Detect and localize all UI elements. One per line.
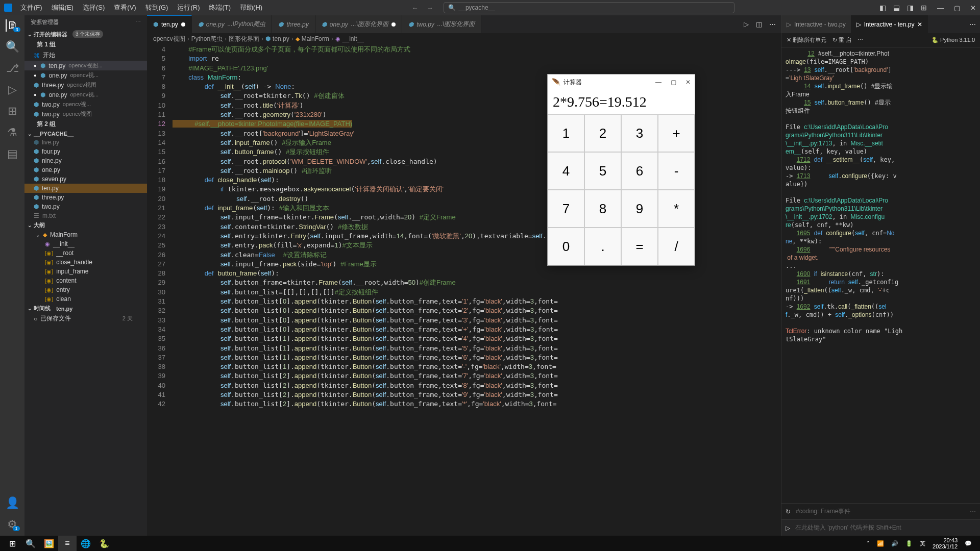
panel-more-icon[interactable]: ⋯ [965, 15, 980, 33]
open-editor-welcome[interactable]: ⌘开始 [24, 50, 147, 61]
calc-key-3[interactable]: 3 [621, 114, 658, 152]
outline-entry[interactable]: [◉]entry [24, 285, 147, 294]
tray-volume-icon[interactable]: 🔊 [891, 540, 898, 547]
timeline-section[interactable]: ⌄时间线 ten.py [24, 304, 147, 313]
taskbar-chrome-icon[interactable]: 🌐 [77, 536, 95, 551]
file-four[interactable]: ⬢four.py [24, 147, 147, 156]
close-icon[interactable]: ✕ [970, 4, 976, 12]
run-input-placeholder[interactable]: 在此处键入 'python' 代码并按 Shift+Ent [795, 523, 901, 532]
tab-one-b[interactable]: ⬢one.py...\图形化界面 [315, 15, 402, 33]
file-mtxt[interactable]: ☰m.txt [24, 211, 147, 220]
outline-init[interactable]: ◉__init__ [24, 239, 147, 248]
timeline-saved[interactable]: ○已保存文件2 天 [24, 313, 147, 324]
interactive-output[interactable]: 12 #self.__photo=tkinter.Phot oImage(fil… [781, 47, 980, 503]
outline-inputframe[interactable]: [◉]input_frame [24, 267, 147, 276]
calc-key-7[interactable]: 7 [548, 190, 584, 228]
toolbar-more-icon[interactable]: ⋯ [857, 37, 863, 43]
taskbar-vscode-icon[interactable]: ≡ [58, 536, 77, 551]
folder-pycache[interactable]: ⌄__PYCACHE__ [24, 130, 147, 138]
calc-key-+[interactable]: + [658, 114, 695, 152]
file-seven[interactable]: ⬢seven.py [24, 174, 147, 184]
accounts-icon[interactable]: 👤 [6, 497, 18, 509]
test-icon[interactable]: ⚗ [6, 127, 18, 139]
calc-key-9[interactable]: 9 [621, 190, 658, 228]
calc-key-.[interactable]: . [584, 228, 621, 265]
layout-panel-right-icon[interactable]: ◨ [907, 4, 914, 12]
menu-selection[interactable]: 选择(S) [79, 1, 109, 14]
open-editor-ten[interactable]: ⬢ten.pyopencv视图... [24, 61, 147, 70]
calc-close-icon[interactable]: ✕ [685, 79, 691, 86]
clear-cells-button[interactable]: ✕ 删除所有单元 [787, 36, 826, 44]
file-three[interactable]: ⬢three.py [24, 193, 147, 202]
calc-key-6[interactable]: 6 [621, 152, 658, 190]
maximize-icon[interactable]: ▢ [954, 4, 960, 12]
split-editor-icon[interactable]: ◫ [756, 20, 762, 28]
calc-key-4[interactable]: 4 [548, 152, 584, 190]
minimap[interactable] [740, 44, 781, 536]
calc-key-5[interactable]: 5 [584, 152, 621, 190]
calc-key-2[interactable]: 2 [584, 114, 621, 152]
tray-wifi-icon[interactable]: 📶 [877, 540, 884, 547]
outline-root[interactable]: [◉]__root [24, 248, 147, 258]
tab-more-icon[interactable]: ⋯ [769, 20, 776, 28]
taskbar-photos-icon[interactable]: 🖼️ [40, 536, 58, 551]
source-control-icon[interactable]: ⎇ [6, 62, 18, 74]
tab-three[interactable]: ⬢three.py [272, 15, 315, 33]
layout-panel-bottom-icon[interactable]: ⬓ [893, 4, 900, 12]
calc-maximize-icon[interactable]: ▢ [671, 79, 676, 86]
menu-view[interactable]: 查看(V) [110, 1, 140, 14]
search-activity-icon[interactable]: 🔍 [6, 41, 18, 53]
restart-button[interactable]: ↻ 重 启 [832, 36, 851, 44]
tray-notifications-icon[interactable]: 💬 [965, 540, 972, 547]
outline-content[interactable]: [◉]content [24, 276, 147, 285]
taskbar-python-icon[interactable]: 🐍 [95, 536, 113, 551]
system-clock[interactable]: 20:43 2023/1/12 [933, 537, 958, 549]
calc-minimize-icon[interactable]: — [655, 79, 662, 86]
extensions-icon[interactable]: ⊞ [6, 105, 18, 117]
outline-section[interactable]: ⌄大纲 [24, 220, 147, 230]
calc-key-/[interactable]: / [658, 228, 695, 265]
layout-panel-left-icon[interactable]: ◧ [879, 4, 886, 12]
file-ten[interactable]: ⬢ten.py [24, 184, 147, 193]
tray-ime[interactable]: 英 [920, 540, 925, 547]
open-editor-two-b[interactable]: ⬢two.pyopencv视图 [24, 109, 147, 119]
layout-customize-icon[interactable]: ⊞ [921, 4, 927, 12]
interactive-tab-two[interactable]: ▷ Interactive - two.py [781, 15, 851, 33]
tab-ten[interactable]: ⬢ten.py [147, 15, 192, 33]
refresh-icon[interactable]: ↻ [786, 508, 791, 515]
menu-edit[interactable]: 编辑(E) [47, 1, 78, 14]
open-editor-two-a[interactable]: ⬢two.pyopencv视... [24, 99, 147, 109]
calc-key-8[interactable]: 8 [584, 190, 621, 228]
sidebar-more-icon[interactable]: ⋯ [135, 18, 141, 26]
run-debug-icon[interactable]: ▷ [6, 84, 18, 96]
calc-key--[interactable]: - [658, 152, 695, 190]
menu-help[interactable]: 帮助(H) [236, 1, 266, 14]
tab-two[interactable]: ⬢two.py...\图形化界面 [402, 15, 481, 33]
nav-forward-icon[interactable]: → [427, 4, 433, 12]
calc-key-=[interactable]: = [621, 228, 658, 265]
settings-gear-icon[interactable]: ⚙1 [6, 518, 18, 531]
start-button[interactable]: ⊞ [3, 536, 21, 551]
minimize-icon[interactable]: — [937, 4, 944, 12]
file-live[interactable]: ⬢live.py [24, 138, 147, 147]
menu-file[interactable]: 文件(F) [16, 1, 46, 14]
run-file-icon[interactable]: ▷ [744, 20, 749, 28]
calc-key-0[interactable]: 0 [548, 228, 584, 265]
menu-run[interactable]: 运行(R) [173, 1, 204, 14]
nav-back-icon[interactable]: ← [412, 4, 419, 12]
open-editors-section[interactable]: ⌄ 打开的编辑器 3 个未保存 [24, 29, 147, 39]
breadcrumb[interactable]: opencv视图› Python爬虫› 图形化界面› ⬢ten.py› ◆Mai… [147, 33, 781, 44]
open-editor-three[interactable]: ⬢three.pyopencv视图 [24, 80, 147, 90]
tab-one-a[interactable]: ⬢one.py...\Python爬虫 [192, 15, 273, 33]
run-cell-icon[interactable]: ▷ [786, 524, 790, 532]
jupyter-icon[interactable]: ▤ [6, 148, 18, 160]
tray-battery-icon[interactable]: 🔋 [905, 540, 913, 547]
outline-clean[interactable]: [◉]clean [24, 294, 147, 304]
open-editor-one-b[interactable]: ⬢one.pyopencv视... [24, 90, 147, 99]
tray-chevron-icon[interactable]: ˄ [867, 540, 870, 547]
file-two[interactable]: ⬢two.py [24, 202, 147, 211]
calculator-window[interactable]: 🪶 计算器 — ▢ ✕ 2*9.756=19.512 123+456-789*0… [547, 74, 695, 266]
taskbar-search-icon[interactable]: 🔍 [21, 536, 40, 551]
file-nine[interactable]: ⬢nine.py [24, 156, 147, 165]
python-version[interactable]: 🐍 Python 3.11.0 [932, 37, 975, 43]
